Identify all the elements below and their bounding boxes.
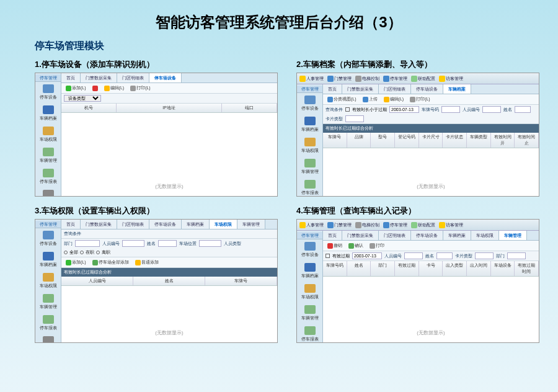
common-add-button[interactable]: 普通添加 — [133, 259, 161, 266]
sidebar-item-auth[interactable]: 车场权限 — [297, 135, 322, 156]
tab-doorlist[interactable]: 门区明细表 — [379, 231, 411, 240]
menu-park[interactable]: 停车管理 — [383, 222, 407, 228]
delete-button[interactable] — [91, 85, 100, 92]
tab-parkdevice[interactable]: 停车场设备 — [149, 73, 182, 82]
lot-input[interactable] — [199, 240, 221, 247]
undo-button[interactable]: 撤销 — [326, 242, 344, 249]
add-button[interactable]: 添加(L) — [64, 259, 88, 266]
date-input[interactable] — [352, 252, 382, 259]
expire-label: 有效时长小于过期 — [352, 107, 387, 113]
date-input[interactable] — [389, 106, 419, 113]
emp-input[interactable] — [404, 252, 423, 259]
cardtype-input[interactable] — [345, 115, 364, 122]
tab-home[interactable]: 首页 — [323, 231, 342, 240]
device-icon — [304, 96, 316, 104]
menu-park[interactable]: 停车管理 — [383, 76, 407, 82]
name-input[interactable] — [158, 240, 177, 247]
expire-checkbox[interactable] — [326, 254, 330, 258]
menu-elev[interactable]: 电梯控制 — [355, 76, 379, 82]
sidebar-item-config[interactable]: 停车配置 — [35, 334, 61, 342]
sidebar-item-manage[interactable]: 车辆管理 — [297, 303, 322, 324]
menu-hr[interactable]: 人事管理 — [299, 222, 324, 228]
cardtype-input[interactable] — [475, 252, 494, 259]
tab-auth[interactable]: 车场权限 — [210, 220, 237, 229]
tab-parkdevice[interactable]: 停车场设备 — [411, 84, 443, 94]
menu-link[interactable]: 联动配置 — [411, 76, 435, 82]
report-icon — [43, 169, 54, 177]
tab-parkdevice[interactable]: 停车场设备 — [149, 220, 182, 229]
sidebar-item-manage[interactable]: 车辆管理 — [35, 292, 61, 313]
print-button[interactable]: 打印 — [368, 242, 386, 249]
toolbar: 添加(L) 停车场全部添加 普通添加 — [61, 257, 277, 268]
tab-doordata[interactable]: 门禁数据采集 — [81, 220, 117, 229]
addall-button[interactable]: 停车场全部添加 — [91, 259, 131, 266]
plate-input[interactable] — [441, 106, 460, 113]
menu-hr[interactable]: 人事管理 — [299, 76, 324, 82]
upload-button[interactable]: 上传 — [361, 96, 379, 103]
sidebar-item-device[interactable]: 停车设备 — [297, 239, 322, 261]
sidebar-item-auth[interactable]: 车场权限 — [35, 124, 61, 145]
sidebar-item-auth[interactable]: 车场权限 — [35, 270, 61, 292]
view-button[interactable]: 分类视图(L) — [326, 96, 358, 103]
sidebar-item-report[interactable]: 停车报表 — [297, 324, 322, 342]
sidebar-item-device[interactable]: 停车设备 — [35, 82, 61, 103]
tab-doorlist[interactable]: 门区明细表 — [379, 84, 411, 94]
menu-elev[interactable]: 电梯控制 — [355, 222, 379, 228]
add-button[interactable]: 添加(L) — [64, 84, 88, 92]
sidebar-item-report[interactable]: 停车报表 — [35, 166, 61, 187]
name-input[interactable] — [436, 252, 453, 259]
name-input[interactable] — [515, 106, 531, 113]
device-type-select[interactable]: 设备类型 — [64, 95, 101, 102]
dept-input[interactable] — [75, 240, 100, 247]
sidebar-item-device[interactable]: 停车设备 — [297, 93, 322, 114]
top-menu: 人事管理 门禁管理 电梯控制 停车管理 联动配置 访客管理 — [297, 220, 539, 231]
tab-manage[interactable]: 车辆管理 — [499, 231, 527, 240]
menu-visit[interactable]: 访客管理 — [439, 222, 463, 228]
dept-input[interactable] — [507, 252, 526, 259]
tab-home[interactable]: 首页 — [61, 73, 81, 82]
radio-in[interactable] — [80, 251, 84, 254]
tab-doordata[interactable]: 门禁数据采集 — [81, 73, 117, 82]
print-button[interactable]: 打印(L) — [128, 84, 153, 92]
emp-input[interactable] — [482, 106, 501, 113]
tab-manage[interactable]: 车辆管理 — [237, 220, 265, 229]
sidebar-item-report[interactable]: 停车报表 — [297, 177, 322, 196]
menu-visit[interactable]: 访客管理 — [439, 76, 463, 82]
sidebar-item-device[interactable]: 停车设备 — [35, 228, 61, 249]
screenshot-3: 停车管理 停车设备 车辆档案 车场权限 车辆管理 停车报表 停车配置 首页 门禁… — [35, 219, 278, 343]
emp-label: 人员编号 — [463, 107, 480, 113]
expire-checkbox[interactable] — [345, 107, 350, 112]
menu-door[interactable]: 门禁管理 — [327, 76, 352, 82]
radio-out[interactable] — [96, 251, 100, 254]
sidebar-item-manage[interactable]: 车辆管理 — [35, 145, 61, 166]
tab-home[interactable]: 首页 — [61, 220, 81, 229]
tab-auth[interactable]: 车场权限 — [471, 231, 499, 240]
tab-parkdevice[interactable]: 停车场设备 — [411, 231, 443, 240]
tab-archive[interactable]: 车辆档案 — [182, 220, 210, 229]
print-button[interactable]: 打印(L) — [408, 96, 432, 103]
sidebar-item-archive[interactable]: 车辆档案 — [297, 261, 322, 282]
tab-archive[interactable]: 车辆档案 — [443, 84, 471, 94]
tab-home[interactable]: 首页 — [323, 84, 342, 94]
tab-doordata[interactable]: 门禁数据采集 — [342, 84, 379, 94]
menu-link[interactable]: 联动配置 — [411, 222, 435, 228]
tab-doordata[interactable]: 门禁数据采集 — [342, 231, 379, 240]
sidebar-item-archive[interactable]: 车辆档案 — [35, 103, 61, 124]
sidebar-item-report[interactable]: 停车报表 — [35, 313, 61, 334]
confirm-button[interactable]: 确认 — [347, 242, 365, 249]
edit-button[interactable]: 编辑(L) — [102, 84, 126, 92]
tab-doorlist[interactable]: 门区明细表 — [117, 73, 149, 82]
car-icon — [304, 117, 316, 125]
sidebar-item-auth[interactable]: 车场权限 — [297, 282, 322, 303]
edit-button[interactable]: 编辑(L) — [382, 96, 406, 103]
tab-archive[interactable]: 车辆档案 — [443, 231, 471, 240]
emp-input[interactable] — [122, 240, 144, 247]
radio-all[interactable] — [64, 251, 68, 254]
sidebar-item-config[interactable]: 停车配置 — [35, 187, 61, 196]
menu-door[interactable]: 门禁管理 — [327, 222, 352, 228]
sidebar-item-manage[interactable]: 车辆管理 — [297, 156, 322, 177]
sidebar-item-archive[interactable]: 车辆档案 — [35, 249, 61, 270]
sidebar-item-archive[interactable]: 车辆档案 — [297, 114, 322, 135]
group-header: 有效时长已过期综合分析 — [61, 268, 277, 277]
tab-doorlist[interactable]: 门区明细表 — [117, 220, 149, 229]
